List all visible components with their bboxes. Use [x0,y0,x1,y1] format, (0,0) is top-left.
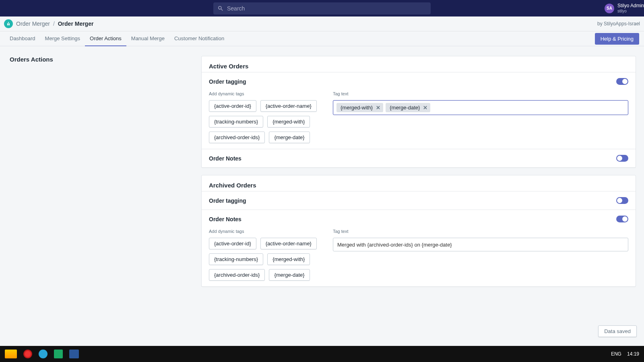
tag-btn-tracking-numbers[interactable]: {tracking-numbers} [209,116,263,128]
taskbar-app-icon[interactable] [69,350,79,358]
windows-taskbar[interactable]: ENG 14:19 [0,346,644,362]
user-menu[interactable]: SA Stilyo Admin stilyo [605,3,644,13]
taskbar-app-icon[interactable] [5,350,17,358]
tag-btn-merged-with[interactable]: {merged-with} [267,116,310,128]
active-orders-heading: Active Orders [202,56,636,72]
archived-tagging-toggle[interactable] [616,197,628,204]
help-pricing-button[interactable]: Help & Pricing [595,33,639,45]
breadcrumb: Order Merger / Order Merger [16,21,93,27]
archived-orders-card: Archived Orders Order tagging Order Note… [201,175,636,287]
top-bar: SA Stilyo Admin stilyo [0,0,644,16]
archived-notes-title: Order Notes [209,216,242,222]
right-column: Active Orders Order tagging Add dynamic … [201,56,636,294]
archived-notes-toggle[interactable] [616,216,628,222]
active-order-notes-section: Order Notes [202,149,636,167]
active-tagging-title: Order tagging [209,78,246,85]
active-tag-buttons: {active-order-id} {active-order-name} {t… [209,100,322,143]
tag-btn-tracking-numbers[interactable]: {tracking-numbers} [209,253,263,265]
tag-btn-active-order-id[interactable]: {active-order-id} [209,100,256,112]
tray-lang[interactable]: ENG [611,351,621,357]
data-saved-toast: Data saved [598,325,637,337]
tray-time[interactable]: 14:19 [627,351,639,357]
close-icon[interactable] [422,105,428,111]
active-orders-card: Active Orders Order tagging Add dynamic … [201,56,636,168]
search-input[interactable] [227,5,427,12]
tab-customer-notification[interactable]: Customer Notification [169,31,229,46]
avatar: SA [605,4,614,13]
archived-orders-heading: Archived Orders [202,175,636,191]
archived-tag-text-input[interactable]: Merged with {archived-order-ids} on {mer… [333,238,628,251]
taskbar-app-icon[interactable] [39,350,47,358]
archived-add-tags-label: Add dynamic tags [209,229,322,234]
tab-dashboard[interactable]: Dashboard [5,31,40,46]
tag-btn-active-order-name[interactable]: {active-order-name} [260,100,317,112]
system-tray[interactable]: ENG 14:19 [611,351,639,357]
archived-tagging-title: Order tagging [209,197,246,204]
active-order-tagging-section: Order tagging Add dynamic tags {active-o… [202,72,636,149]
breadcrumb-sep: / [53,21,55,27]
tag-btn-merged-with[interactable]: {merged-with} [267,253,310,265]
breadcrumb-bar: Order Merger / Order Merger by StilyoApp… [0,16,644,31]
user-store: stilyo [617,9,644,13]
archived-tag-buttons: {active-order-id} {active-order-name} {t… [209,238,322,281]
taskbar-app-icon[interactable] [54,350,63,358]
tag-btn-archived-order-ids[interactable]: {archived-order-ids} [209,269,265,281]
chip-merge-date: {merge-date} [386,103,430,112]
chip-merged-with: {merged-with} [336,103,383,112]
tab-merge-settings[interactable]: Merge Settings [40,31,85,46]
search-icon [217,5,224,12]
tab-order-actions[interactable]: Order Actions [85,31,126,46]
app-icon [4,19,13,28]
taskbar-app-icon[interactable] [23,350,32,358]
tabs-row: Dashboard Merge Settings Order Actions M… [0,31,644,46]
active-notes-toggle[interactable] [616,155,628,162]
byline: by StilyoApps-Israel [597,21,640,27]
archived-order-tagging-section: Order tagging [202,191,636,210]
tag-btn-active-order-id[interactable]: {active-order-id} [209,238,256,249]
active-notes-title: Order Notes [209,155,242,162]
chip-label: {merge-date} [390,105,420,111]
tab-manual-merge[interactable]: Manual Merge [126,31,169,46]
breadcrumb-current: Order Merger [58,21,94,27]
tag-btn-merge-date[interactable]: {merge-date} [269,269,310,281]
close-icon[interactable] [375,105,381,111]
page-title: Orders Actions [10,56,193,63]
chip-label: {merged-with} [341,105,373,111]
content: Orders Actions Active Orders Order taggi… [0,46,644,304]
active-tagging-toggle[interactable] [616,78,628,85]
tag-btn-active-order-name[interactable]: {active-order-name} [260,238,317,249]
active-tag-text-label: Tag text [333,91,628,96]
active-add-tags-label: Add dynamic tags [209,91,322,96]
search-box[interactable] [213,2,431,14]
tag-btn-archived-order-ids[interactable]: {archived-order-ids} [209,132,265,143]
archived-tag-text-label: Tag text [333,229,628,234]
active-tag-text-input[interactable]: {merged-with} {merge-date} [333,100,628,115]
left-column: Orders Actions [8,56,193,294]
user-name: Stilyo Admin [617,3,644,8]
breadcrumb-app[interactable]: Order Merger [16,21,50,27]
tag-btn-merge-date[interactable]: {merge-date} [269,132,310,143]
archived-order-notes-section: Order Notes Add dynamic tags {active-ord… [202,210,636,286]
